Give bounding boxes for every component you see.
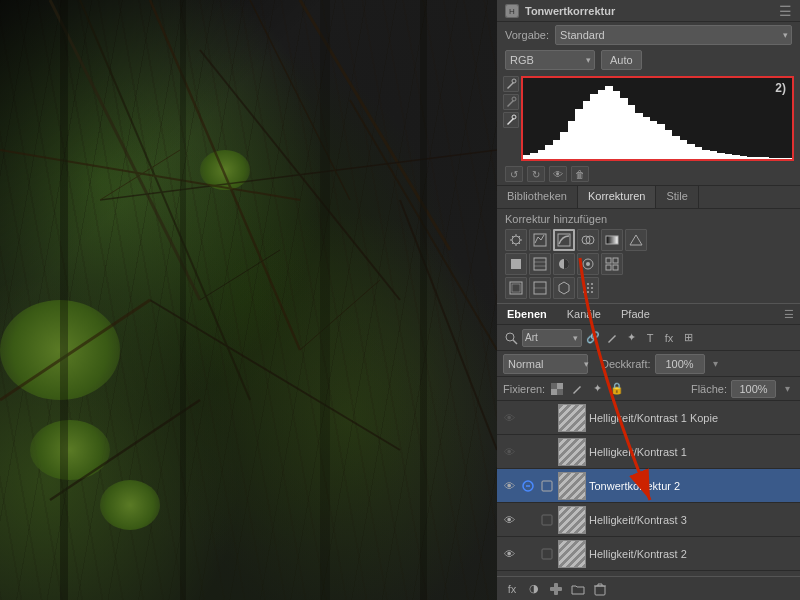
hist-rotate-left[interactable]: ↺ [505, 166, 523, 182]
layer-item-4[interactable]: 👁 Helligkeit/Kontrast 2 [497, 537, 800, 571]
histogram-wrapper: 2) [503, 76, 794, 161]
eyedropper-white[interactable] [503, 112, 519, 128]
hist-eye[interactable]: 👁 [549, 166, 567, 182]
tab-bibliotheken[interactable]: Bibliotheken [497, 186, 578, 208]
korr-grid-btn[interactable] [601, 253, 623, 275]
layer-item-0[interactable]: 👁 Helligkeit/Kontrast 1 Kopie [497, 401, 800, 435]
svg-rect-40 [613, 258, 618, 263]
hist-trash[interactable]: 🗑 [571, 166, 589, 182]
svg-line-9 [250, 0, 350, 200]
layer-eye-4[interactable]: 👁 [501, 546, 517, 562]
korr-dotgrid-btn[interactable] [577, 277, 599, 299]
svg-point-24 [512, 115, 516, 119]
svg-rect-19 [420, 0, 427, 600]
layer-eye-2[interactable]: 👁 [501, 478, 517, 494]
hist-bar [769, 158, 776, 159]
korr-huesat-btn[interactable] [577, 229, 599, 251]
channel-select[interactable]: RGB [505, 50, 595, 70]
panel-menu-button[interactable]: ☰ [779, 3, 792, 19]
korr-frame1-btn[interactable] [505, 277, 527, 299]
layer-fx-icon[interactable]: fx [661, 330, 677, 346]
eyedropper-gray[interactable] [503, 94, 519, 110]
opacity-arrow[interactable]: ▾ [709, 357, 723, 371]
korr-frame2-btn[interactable] [529, 277, 551, 299]
layer-brush-icon[interactable] [604, 330, 620, 346]
bottom-trash-icon[interactable] [591, 580, 609, 598]
fix-lock-icon[interactable]: 🔒 [609, 381, 625, 397]
korr-levels-btn[interactable] [529, 229, 551, 251]
hist-rotate-right[interactable]: ↻ [527, 166, 545, 182]
layer-chain-1 [520, 444, 536, 460]
svg-point-50 [591, 283, 593, 285]
hist-bar [605, 86, 612, 159]
svg-point-49 [587, 283, 589, 285]
bottom-add-icon[interactable] [547, 580, 565, 598]
svg-line-13 [300, 280, 380, 350]
opacity-label: Deckkraft: [601, 358, 651, 370]
layer-extra-icon[interactable]: ⊞ [680, 330, 696, 346]
korrektur-section: Korrektur hinzufügen [497, 209, 800, 303]
bottom-link-icon[interactable]: fx [503, 580, 521, 598]
eyedropper-black[interactable] [503, 76, 519, 92]
bottom-folder-icon[interactable] [569, 580, 587, 598]
fix-checkerboard-icon[interactable] [549, 381, 565, 397]
tab-kanaele[interactable]: Kanäle [557, 305, 611, 323]
layer-item-1[interactable]: 👁 Helligkeit/Kontrast 1 [497, 435, 800, 469]
hist-bar [635, 113, 642, 159]
layer-eye-3[interactable]: 👁 [501, 512, 517, 528]
korr-hex-btn[interactable] [553, 277, 575, 299]
korr-brightness-btn[interactable] [505, 229, 527, 251]
svg-rect-42 [613, 265, 618, 270]
layer-eye-0[interactable]: 👁 [501, 410, 517, 426]
flaeche-input[interactable] [731, 380, 776, 398]
svg-rect-18 [320, 0, 330, 600]
layer-item-2[interactable]: 👁 Tonwertkorrektur 2 [497, 469, 800, 503]
korr-solid-btn[interactable] [505, 253, 527, 275]
fix-move-icon[interactable]: ✦ [589, 381, 605, 397]
hist-bar [620, 98, 627, 159]
opacity-input[interactable] [655, 354, 705, 374]
layer-text-icon[interactable]: T [642, 330, 658, 346]
hist-bar [710, 151, 717, 159]
rgb-row: RGB Auto [497, 48, 800, 72]
main-layout: H Tonwertkorrektur ☰ Vorgabe: Standard R… [0, 0, 800, 600]
hist-bar [598, 90, 605, 159]
hist-bar [613, 91, 620, 159]
bottom-half-icon[interactable]: ◑ [525, 580, 543, 598]
layer-thumb-1 [558, 438, 586, 466]
layer-link-2[interactable] [539, 478, 555, 494]
korr-curves-btn[interactable] [553, 229, 575, 251]
layer-chain-2[interactable] [520, 478, 536, 494]
svg-rect-62 [551, 389, 557, 395]
auto-button[interactable]: Auto [601, 50, 642, 70]
layer-chain-3 [520, 512, 536, 528]
hist-bar [575, 109, 582, 159]
svg-line-11 [100, 150, 180, 200]
layer-search-icon[interactable] [503, 330, 519, 346]
tab-ebenen[interactable]: Ebenen [497, 305, 557, 323]
korr-posterize-btn[interactable] [577, 253, 599, 275]
korr-pattern-btn[interactable] [529, 253, 551, 275]
tab-pfade[interactable]: Pfade [611, 305, 660, 323]
svg-rect-68 [554, 583, 558, 595]
art-select[interactable]: Art [522, 329, 582, 347]
ebenen-menu[interactable]: ☰ [778, 305, 800, 324]
svg-line-0 [50, 0, 200, 300]
layer-move-icon[interactable]: ✦ [623, 330, 639, 346]
layer-item-3[interactable]: 👁 Helligkeit/Kontrast 3 [497, 503, 800, 537]
vorgabe-select[interactable]: Standard [555, 25, 792, 45]
svg-rect-16 [60, 0, 68, 600]
tab-korrekturen[interactable]: Korrekturen [578, 186, 656, 208]
tab-stile[interactable]: Stile [656, 186, 698, 208]
flaeche-arrow[interactable]: ▾ [780, 382, 794, 396]
korr-triangle-btn[interactable] [625, 229, 647, 251]
korr-gradient-btn[interactable] [601, 229, 623, 251]
korr-invert-btn[interactable] [553, 253, 575, 275]
svg-point-53 [591, 287, 593, 289]
blend-mode-select[interactable]: Normal [503, 354, 588, 374]
fix-brush-icon[interactable] [569, 381, 585, 397]
layer-link-icon[interactable]: 🔗 [585, 330, 601, 346]
layer-name-0: Helligkeit/Kontrast 1 Kopie [589, 412, 796, 424]
layer-thumb-3 [558, 506, 586, 534]
layer-eye-1[interactable]: 👁 [501, 444, 517, 460]
